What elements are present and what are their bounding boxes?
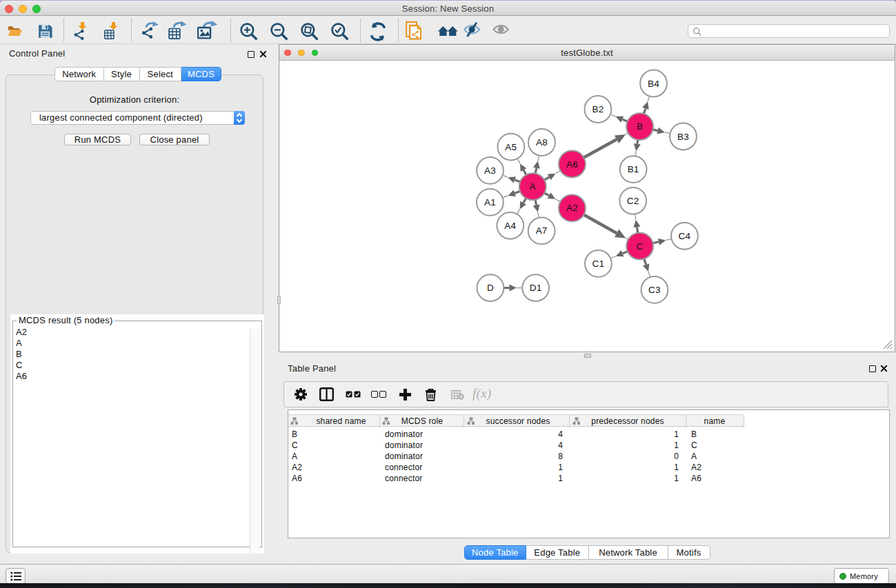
svg-text:A4: A4 [504, 221, 516, 231]
svg-text:B2: B2 [592, 104, 604, 114]
svg-text:A7: A7 [536, 225, 548, 236]
svg-text:D: D [487, 283, 494, 293]
svg-text:C1: C1 [593, 258, 605, 269]
svg-text:C3: C3 [648, 285, 661, 295]
svg-text:A6: A6 [566, 159, 578, 170]
svg-text:D1: D1 [530, 283, 542, 293]
svg-text:C4: C4 [679, 231, 691, 241]
svg-text:B: B [637, 121, 643, 132]
svg-text:A1: A1 [484, 197, 496, 207]
svg-text:B3: B3 [677, 132, 689, 142]
svg-text:B1: B1 [628, 164, 639, 174]
svg-text:A: A [530, 181, 536, 192]
svg-text:C: C [637, 241, 644, 252]
svg-text:A3: A3 [484, 165, 496, 176]
svg-text:A8: A8 [536, 137, 548, 148]
svg-text:B4: B4 [648, 79, 659, 89]
svg-text:A5: A5 [505, 142, 517, 152]
svg-text:A2: A2 [566, 203, 578, 213]
svg-text:C2: C2 [627, 196, 639, 206]
